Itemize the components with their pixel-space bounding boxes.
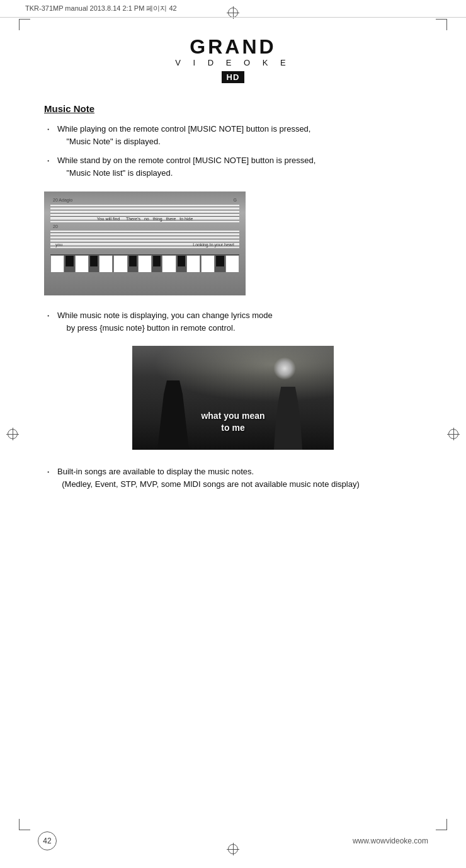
bullet-list: ・ While playing on the remote control [M…	[44, 123, 422, 180]
logo-videoke: V I D E O K E	[44, 58, 422, 67]
footer-url: www.wowvideoke.com	[353, 837, 428, 845]
bullet-text-3: While music note is displaying, you can …	[57, 309, 422, 334]
bullet-marker-3: ・	[44, 310, 52, 323]
header-text: TKR-371MP manual 2013.8.14 2:1 PM 페이지 42	[25, 4, 177, 13]
bullet-item-1: ・ While playing on the remote control [M…	[44, 123, 422, 148]
bullet-item-4: ・ Built-in songs are available to displa…	[44, 465, 422, 491]
bullet-list-2: ・ While music note is displaying, you ca…	[44, 309, 422, 334]
screenshot1-image: 20 Adagio G You will find There's no thi…	[44, 191, 246, 295]
section-title: Music Note	[44, 103, 422, 114]
bullet-text-2: While stand by on the remote control [MU…	[57, 154, 422, 180]
bullet-text-4: Built-in songs are available to display …	[57, 465, 422, 491]
lyrics-overlay: what you mean to me	[132, 410, 334, 435]
logo-grand: GRAND	[44, 37, 422, 57]
screenshot1-container: 20 Adagio G You will find There's no thi…	[44, 191, 422, 295]
lyrics-line1: what you mean	[201, 411, 264, 421]
logo-area: GRAND V I D E O K E HD	[44, 37, 422, 83]
page-number: 42	[38, 831, 57, 850]
bullet-list-3: ・ Built-in songs are available to displa…	[44, 465, 422, 491]
bullet-marker-1: ・	[44, 123, 52, 136]
screenshot2-image: what you mean to me	[132, 346, 334, 450]
logo-hd: HD	[222, 71, 245, 83]
video-scene: what you mean to me	[132, 346, 334, 450]
bullet-item-2: ・ While stand by on the remote control […	[44, 154, 422, 180]
bullet-item-3: ・ While music note is displaying, you ca…	[44, 309, 422, 334]
header-bar: TKR-371MP manual 2013.8.14 2:1 PM 페이지 42	[0, 0, 466, 18]
page-content: GRAND V I D E O K E HD Music Note ・ Whil…	[0, 18, 466, 868]
screenshot2-container: what you mean to me	[44, 346, 422, 452]
lyrics-line2: to me	[221, 423, 244, 433]
bullet-marker-2: ・	[44, 155, 52, 168]
bullet-text-1: While playing on the remote control [MUS…	[57, 123, 422, 148]
footer: 42 www.wowvideoke.com	[0, 831, 466, 850]
bullet-marker-4: ・	[44, 466, 52, 479]
